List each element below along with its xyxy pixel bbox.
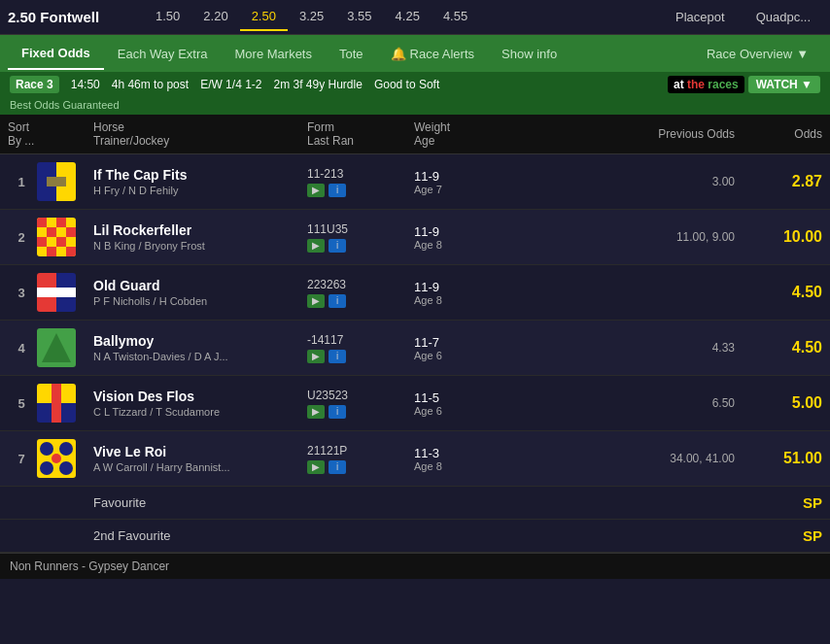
horse-info: Old Guard P F Nicholls / H Cobden [93,278,307,307]
silk-box [37,162,76,201]
table-row: 2 Lil Rockerfeller N B King / Bryony Fro… [0,210,830,265]
bell-icon: 🔔 [391,47,406,61]
quadpot-link[interactable]: Quadpc... [744,4,822,30]
play-icon[interactable]: ▶ [307,239,325,253]
svg-rect-8 [66,227,76,237]
odds-link-455[interactable]: 4.55 [432,3,479,31]
placepot-link[interactable]: Placepot [664,4,737,30]
watch-section: at the races WATCH ▼ [668,76,820,93]
table-row: 5 Vision Des Flos C L Tizzard / T Scudam… [0,376,830,431]
info-icon[interactable]: i [329,460,346,474]
svg-rect-20 [52,384,61,423]
horse-name[interactable]: Lil Rockerfeller [93,222,307,238]
sp-value[interactable]: SP [735,494,822,511]
race-info-bar: Race 3 14:50 4h 46m to post E/W 1/4 1-2 … [0,72,830,97]
svg-point-24 [40,461,53,475]
horse-silk [35,271,78,314]
info-icon[interactable]: i [329,239,346,253]
current-odds[interactable]: 5.00 [735,394,822,412]
current-odds[interactable]: 51.00 [735,450,822,467]
sp-value[interactable]: SP [735,527,822,544]
svg-rect-10 [56,237,66,247]
form-icons: ▶ i [307,405,414,419]
horse-silk [35,437,78,480]
play-icon[interactable]: ▶ [307,460,325,474]
horse-number: 7 [8,452,35,466]
race-ew: E/W 1/4 1-2 [200,78,261,91]
odds-link-150[interactable]: 1.50 [144,3,191,31]
form-string: 223263 [307,278,414,291]
tab-show-info[interactable]: Show info [488,39,571,69]
form-string: 11-213 [307,167,414,181]
watch-button[interactable]: WATCH ▼ [748,76,820,93]
tab-more-markets[interactable]: More Markets [222,39,326,69]
horse-info: Vision Des Flos C L Tizzard / T Scudamor… [93,389,307,418]
form-string: -14117 [307,333,414,347]
tab-race-alerts[interactable]: 🔔 Race Alerts [377,39,488,69]
info-icon[interactable]: i [329,294,346,308]
weight: 11-7 [414,335,501,350]
race-number: Race 3 [10,76,59,93]
horse-name[interactable]: Vision Des Flos [93,389,307,404]
horse-name[interactable]: If The Cap Fits [93,167,307,183]
age: Age 8 [414,460,501,472]
info-icon[interactable]: i [329,350,346,363]
info-icon[interactable]: i [329,184,346,197]
horse-silk [35,216,78,258]
form-col: 21121P ▶ i [307,444,414,474]
trainer-jockey: A W Carroll / Harry Bannist... [93,461,307,473]
horse-name[interactable]: Old Guard [93,278,307,293]
bog-label: Best Odds Guaranteed [10,99,120,111]
svg-rect-11 [47,247,56,256]
play-icon[interactable]: ▶ [307,350,325,363]
odds-link-250[interactable]: 2.50 [240,3,288,31]
form-icons: ▶ i [307,294,414,308]
svg-point-23 [59,442,73,456]
svg-point-22 [40,442,53,456]
current-odds[interactable]: 4.50 [735,339,822,356]
age: Age 8 [414,239,501,251]
table-row: 3 Old Guard P F Nicholls / H Cobden 2232… [0,265,830,321]
tab-tote[interactable]: Tote [326,39,377,69]
weight: 11-9 [414,280,501,294]
odds-link-355[interactable]: 3.55 [335,3,383,31]
play-icon[interactable]: ▶ [307,294,325,308]
current-odds[interactable]: 2.87 [735,173,822,190]
tab-race-overview[interactable]: Race Overview ▼ [693,39,822,69]
horse-name[interactable]: Ballymoy [93,333,307,349]
tab-each-way-extra[interactable]: Each Way Extra [104,39,222,69]
horse-info: Ballymoy N A Twiston-Davies / D A J... [93,333,307,362]
tab-fixed-odds[interactable]: Fixed Odds [8,38,104,70]
weight: 11-9 [414,224,501,239]
info-icon[interactable]: i [329,405,346,419]
sort-by-control[interactable]: Sort By ... [8,120,35,148]
current-odds[interactable]: 4.50 [735,284,822,301]
form-col: U23523 ▶ i [307,389,414,419]
sp-label: Favourite [93,495,307,510]
form-col: 111U35 ▶ i [307,222,414,253]
odds-link-425[interactable]: 4.25 [384,3,432,31]
svg-rect-6 [56,218,66,227]
sort-label: Sort By ... [8,120,35,148]
age: Age 8 [414,294,501,306]
sp-row: 2nd Favourite SP [0,520,830,553]
form-string: U23523 [307,389,414,402]
play-icon[interactable]: ▶ [307,184,325,197]
trainer-jockey: P F Nicholls / H Cobden [93,295,307,307]
sp-label: 2nd Favourite [93,528,307,543]
weight: 11-3 [414,446,501,460]
svg-point-25 [59,461,73,475]
horse-name[interactable]: Vive Le Roi [93,444,307,459]
current-odds[interactable]: 10.00 [735,228,822,246]
race-distance: 2m 3f 49y Hurdle [273,78,362,91]
odds-link-325[interactable]: 3.25 [288,3,335,31]
svg-rect-15 [37,288,76,297]
form-icons: ▶ i [307,350,414,363]
trainer-jockey: N A Twiston-Davies / D A J... [93,351,307,362]
sp-row: Favourite SP [0,487,830,520]
form-icons: ▶ i [307,239,414,253]
right-links: Placepot Quadpc... [664,4,822,30]
play-icon[interactable]: ▶ [307,405,325,419]
form-col: 11-213 ▶ i [307,167,414,197]
odds-link-220[interactable]: 2.20 [191,3,239,31]
